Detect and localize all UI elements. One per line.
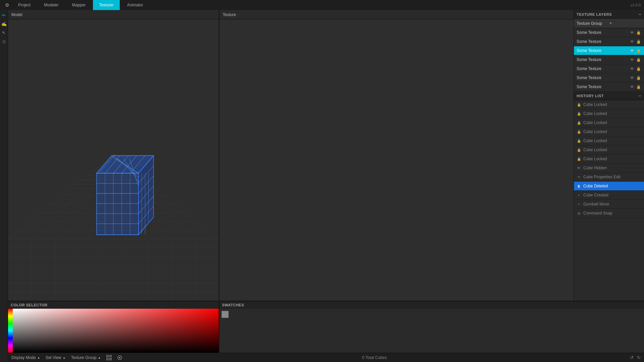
layer-lock-icon[interactable]: 🔒 (636, 48, 641, 53)
texture-layer-item[interactable]: Some Texture 👁 🔒 (574, 55, 644, 64)
color-gradient[interactable] (13, 309, 219, 353)
hist-snap-icon: ⊟ (577, 211, 581, 216)
layer-lock-icon[interactable]: 🔒 (636, 84, 641, 89)
tab-animator[interactable]: Animator (121, 0, 149, 10)
set-view-control[interactable]: Set View ▲ (46, 355, 66, 360)
viewport-row: Model (8, 10, 644, 301)
color-selector-body (8, 309, 219, 353)
texture-group-dropdown[interactable]: Texture Group ▼ (574, 19, 644, 28)
history-list[interactable]: 🔒 Cube Locked 🔒 Cube Locked 🔒 Cube Locke… (574, 100, 644, 301)
texture-layer-name: Some Texture (577, 57, 629, 62)
layer-lock-icon[interactable]: 🔒 (636, 57, 641, 62)
history-item[interactable]: 🔒 Cube Locked (574, 136, 644, 145)
hist-lock-icon: 🔒 (577, 157, 581, 161)
texture-layers-collapse[interactable]: − (638, 12, 641, 17)
settings-icon[interactable]: ⚙ (3, 1, 11, 9)
layer-icons: 👁 🔒 (629, 30, 641, 35)
tab-texturer[interactable]: Texturer (93, 0, 119, 10)
history-list-collapse[interactable]: − (638, 93, 641, 99)
history-item[interactable]: 🔒 Cube Locked (574, 100, 644, 109)
select-icon[interactable]: ↖ (1, 29, 7, 36)
grid-icon-btn[interactable] (106, 355, 112, 360)
layer-icons: 👁 🔒 (629, 57, 641, 62)
history-item-label: Cube Deleted (583, 184, 608, 188)
layer-eye-icon[interactable]: 👁 (629, 48, 635, 53)
shape-icon[interactable]: ◇ (1, 38, 7, 44)
layer-icons: 👁 🔒 (629, 66, 641, 71)
history-item[interactable]: 🔒 Cube Locked (574, 109, 644, 118)
texture-layer-name: Some Texture (577, 30, 629, 35)
top-bar-left: ⚙ Project Modeler Mapper Texturer Animat… (3, 0, 149, 10)
history-item-label: Cube Created (583, 193, 608, 197)
hue-strip[interactable] (8, 309, 13, 353)
total-cubes-label: 0 Total Cubes (362, 355, 390, 360)
history-item[interactable]: + Gumball Move (574, 200, 644, 209)
history-item[interactable]: + Cube Created (574, 191, 644, 200)
snap-icon-btn[interactable] (117, 355, 122, 360)
texture-layer-name: Some Texture (577, 84, 629, 89)
layer-icons: 👁 🔒 (629, 48, 641, 53)
texture-group-chevron: ▲ (98, 356, 101, 359)
texture-layer-item[interactable]: Some Texture 👁 🔒 (574, 73, 644, 82)
layer-lock-icon[interactable]: 🔒 (636, 75, 641, 80)
svg-marker-44 (97, 173, 139, 235)
texture-group-label: Texture Group (577, 21, 609, 26)
layer-lock-icon[interactable]: 🔒 (636, 30, 641, 35)
history-item[interactable]: 🔒 Cube Locked (574, 118, 644, 127)
texture-layers-header: TEXTURE LAYERS − (574, 10, 644, 19)
history-item-label: Cube Hidden (583, 166, 607, 170)
layer-eye-icon[interactable]: 👁 (629, 30, 635, 35)
layer-eye-icon[interactable]: 👁 (629, 75, 635, 80)
grid-background (8, 19, 219, 301)
svg-rect-74 (107, 355, 108, 357)
history-item-label: Cube Locked (583, 129, 607, 134)
set-view-chevron: ▲ (63, 356, 66, 359)
layer-eye-icon[interactable]: 👁 (629, 39, 635, 44)
history-item[interactable]: ⊟ Command Snap (574, 209, 644, 218)
svg-rect-76 (107, 358, 108, 360)
history-item[interactable]: 👁 Cube Hidden (574, 164, 644, 173)
texture-layer-item[interactable]: Some Texture 👁 🔒 (574, 28, 644, 37)
hist-delete-icon: 🗑 (577, 184, 581, 188)
hist-eye-icon: 👁 (577, 166, 581, 170)
texture-group-control[interactable]: Texture Group ▲ (71, 355, 101, 360)
status-right-icons: ↺ ↻ (630, 355, 641, 360)
tab-project[interactable]: Project (12, 0, 37, 10)
layer-lock-icon[interactable]: 🔒 (636, 66, 641, 71)
display-mode-chevron: ▲ (37, 356, 40, 359)
layer-eye-icon[interactable]: 👁 (629, 57, 635, 62)
layer-icons: 👁 🔒 (629, 84, 641, 89)
brush-icon[interactable]: ✍ (1, 21, 7, 27)
tab-modeler[interactable]: Modeler (38, 0, 64, 10)
grid-icon (106, 355, 112, 360)
texture-layer-item[interactable]: Some Texture 👁 🔒 (574, 82, 644, 92)
history-item-label: Cube Locked (583, 111, 607, 116)
history-item[interactable]: ✎ Cube Properties Edit (574, 173, 644, 182)
color-selector-panel: COLOR SELECTOR (8, 301, 219, 353)
texture-layer-item[interactable]: Some Texture 👁 🔒 (574, 37, 644, 46)
history-item-selected[interactable]: 🗑 Cube Deleted (574, 182, 644, 191)
history-item[interactable]: 🔒 Cube Locked (574, 155, 644, 164)
undo-icon[interactable]: ↺ (630, 355, 634, 360)
texture-layer-name: Some Texture (577, 48, 629, 53)
swatch-item[interactable] (221, 311, 229, 318)
texture-layer-item[interactable]: Some Texture 👁 🔒 (574, 64, 644, 73)
redo-icon[interactable]: ↻ (637, 355, 641, 360)
pencil-icon[interactable]: ✏ (1, 12, 7, 18)
layer-eye-icon[interactable]: 👁 (629, 66, 635, 71)
history-item-label: Cube Properties Edit (583, 175, 621, 179)
hist-edit-icon: ✎ (577, 175, 581, 179)
model-viewport[interactable] (8, 19, 219, 301)
history-item-label: Cube Locked (583, 147, 607, 152)
layer-eye-icon[interactable]: 👁 (629, 84, 635, 89)
center-area: Model (8, 10, 644, 362)
history-item[interactable]: 🔒 Cube Locked (574, 145, 644, 155)
display-mode-control[interactable]: Display Mode ▲ (11, 355, 40, 360)
history-item[interactable]: 🔒 Cube Locked (574, 127, 644, 136)
texture-layer-item[interactable]: Some Texture 👁 🔒 (574, 46, 644, 55)
tab-mapper[interactable]: Mapper (66, 0, 92, 10)
left-toolbar: ✏ ✍ ↖ ◇ (0, 10, 8, 362)
layer-lock-icon[interactable]: 🔒 (636, 39, 641, 44)
history-item-label: Gumball Move (583, 202, 609, 206)
swatches-header: SWATCHES (219, 301, 644, 309)
